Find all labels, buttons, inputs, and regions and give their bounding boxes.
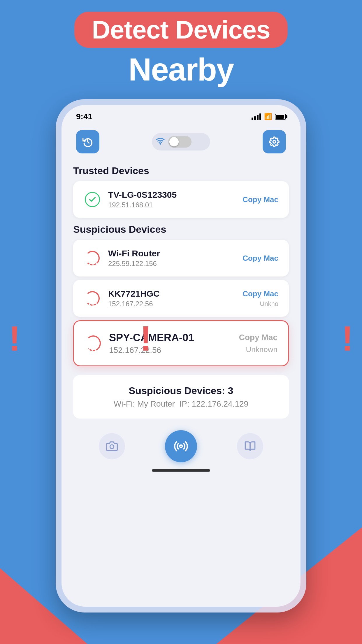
suspicious-copy-mac-button-1[interactable]: Copy Mac (242, 254, 278, 263)
svg-point-2 (110, 445, 114, 449)
spinner-ring-spy (86, 335, 101, 351)
nav-bar (79, 430, 283, 462)
wifi-summary-text: Wi-Fi: My Router IP: 122.176.24.129 (84, 399, 278, 409)
hero-title-line1: Detect Devices (74, 12, 288, 48)
suspicious-count-text: Suspicious Devices: 3 (84, 385, 278, 396)
scroll-area: Trusted Devices TV-LG-0S123305 192.51.16… (61, 159, 301, 320)
spy-camera-name: SPY-CAMERA-01 (109, 332, 239, 344)
trusted-device-actions: Copy Mac (242, 195, 278, 204)
suspicious-device-info-1: Wi-Fi Router 225.59.122.156 (108, 249, 242, 268)
spy-camera-info: SPY-CAMERA-01 152.167.22.56 (109, 332, 239, 355)
book-nav-button[interactable] (237, 433, 263, 459)
suspicious-device-ip-1: 225.59.122.156 (108, 260, 242, 268)
signal-bars-icon (252, 113, 261, 120)
signal-bar-4 (259, 113, 261, 120)
app-toolbar (61, 124, 301, 159)
settings-button[interactable] (263, 130, 286, 153)
phone-screen: 9:41 📶 (61, 105, 301, 607)
ip-address: IP: 122.176.24.129 (179, 399, 248, 408)
spy-camera-actions: Copy Mac Unknown (239, 333, 277, 354)
camera-nav-icon (106, 440, 118, 452)
bottom-nav (61, 424, 301, 486)
spy-camera-section: SPY-CAMERA-01 152.167.22.56 Copy Mac Unk… (73, 320, 289, 366)
camera-nav-button[interactable] (99, 433, 125, 459)
suspicious-device-actions-1: Copy Mac (242, 254, 278, 263)
svg-point-3 (180, 445, 182, 448)
suspicious-device-card-1[interactable]: Wi-Fi Router 225.59.122.156 Copy Mac (73, 240, 289, 276)
status-time: 9:41 (76, 112, 92, 121)
exclamation-left: ! (9, 321, 20, 356)
trusted-device-name: TV-LG-0S123305 (108, 190, 242, 200)
spy-device-type: Unknown (246, 345, 277, 354)
suspicious-summary-card: Suspicious Devices: 3 Wi-Fi: My Router I… (73, 375, 289, 419)
suspicious-device-ip-2: 152.167.22.56 (108, 300, 242, 308)
trusted-copy-mac-button[interactable]: Copy Mac (242, 195, 278, 204)
spy-camera-card[interactable]: SPY-CAMERA-01 152.167.22.56 Copy Mac Unk… (73, 320, 289, 366)
history-icon (82, 136, 93, 147)
check-circle-icon (85, 192, 100, 207)
battery-fill (276, 115, 284, 119)
home-indicator (152, 469, 210, 472)
spinner-ring-1 (85, 251, 100, 265)
hero-title-block: Detect Devices Nearby (0, 12, 362, 88)
trusted-device-ip: 192.51.168.01 (108, 201, 242, 209)
notch (152, 105, 210, 117)
suspicious-device-name-2: KK7721HGC (108, 289, 242, 299)
settings-icon (269, 136, 280, 147)
danger-spinner-icon-1 (85, 251, 100, 266)
svg-point-1 (273, 141, 276, 143)
hero-title-line2: Nearby (0, 51, 362, 88)
suspicious-section-header: Suspicious Devices (73, 224, 289, 235)
phone-frame: 9:41 📶 (56, 99, 306, 612)
suspicious-device-icon-2 (84, 290, 101, 307)
suspicious-device-actions-2: Copy Mac Unkno (242, 289, 278, 308)
signal-bar-1 (252, 118, 253, 120)
signal-bar-2 (254, 116, 256, 120)
suspicious-copy-mac-button-2[interactable]: Copy Mac (242, 289, 278, 298)
exclamation-right: ! (342, 321, 353, 356)
trusted-device-card[interactable]: TV-LG-0S123305 192.51.168.01 Copy Mac (73, 181, 289, 218)
trusted-device-icon (84, 191, 101, 208)
trusted-section-header: Trusted Devices (73, 165, 289, 176)
suspicious-device-card-2[interactable]: KK7721HGC 152.167.22.56 Copy Mac Unkno (73, 280, 289, 317)
danger-spinner-spy (86, 336, 101, 351)
svg-point-0 (160, 143, 161, 144)
book-nav-icon (244, 440, 256, 452)
status-icons: 📶 (252, 113, 286, 120)
wifi-toggle[interactable] (152, 133, 210, 150)
suspicious-device-type-2: Unkno (260, 300, 278, 308)
spinner-ring-2 (85, 291, 100, 306)
suspicious-device-name-1: Wi-Fi Router (108, 249, 242, 258)
wifi-toggle-switch[interactable] (168, 136, 191, 148)
spy-copy-mac-button[interactable]: Copy Mac (239, 333, 277, 342)
wifi-status-icon: 📶 (264, 113, 272, 120)
suspicious-device-info-2: KK7721HGC 152.167.22.56 (108, 289, 242, 308)
radar-nav-icon (173, 439, 189, 454)
spy-camera-icon (85, 335, 102, 352)
history-button[interactable] (76, 130, 99, 153)
spy-camera-ip: 152.167.22.56 (109, 346, 239, 355)
trusted-device-info: TV-LG-0S123305 192.51.168.01 (108, 190, 242, 209)
signal-bar-3 (257, 115, 259, 120)
exclamation-center: ! (140, 321, 152, 356)
wifi-toggle-icon (156, 136, 165, 147)
wifi-name: Wi-Fi: My Router (114, 399, 175, 408)
suspicious-device-icon-1 (84, 249, 101, 267)
battery-icon (275, 114, 286, 120)
danger-spinner-icon-2 (85, 291, 100, 306)
radar-nav-button[interactable] (165, 430, 197, 462)
